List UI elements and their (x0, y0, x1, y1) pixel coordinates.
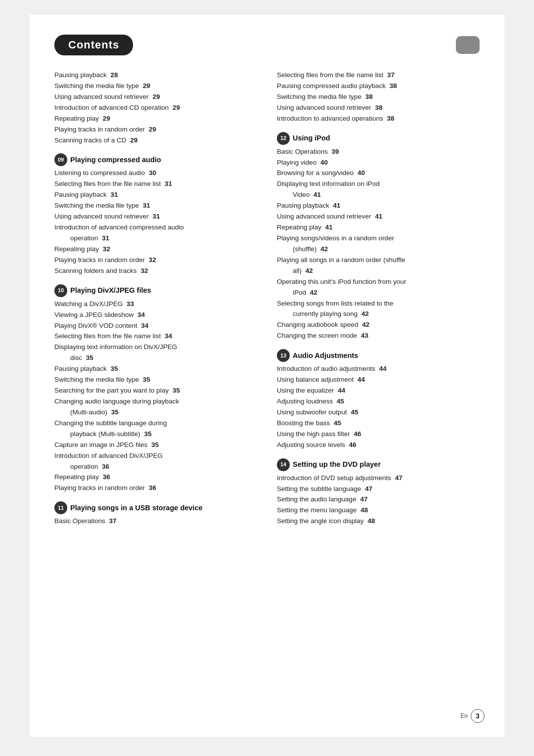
toc-entry-indent: (Multi-audio) 35 (54, 407, 257, 418)
toc-entry-indent: operation 31 (54, 233, 257, 244)
toc-entry: Adjusting loudness 45 (277, 397, 480, 407)
toc-label: Listening to compressed audio (54, 169, 145, 177)
toc-page: 47 (395, 474, 402, 482)
toc-entry: Selecting songs from lists related to th… (277, 299, 480, 309)
toc-label: Changing audio language during playback (54, 398, 179, 405)
toc-entry: Playing tracks in random order 29 (54, 125, 257, 135)
title-decoration (456, 36, 480, 54)
toc-label: Switching the media file type (277, 93, 361, 100)
toc-entry-indent: disc 35 (54, 353, 257, 363)
toc-entry: Using subwoofer output 45 (277, 407, 480, 418)
toc-label: Selecting files from the file name list (54, 180, 161, 187)
toc-label: Playing songs/videos in a random order (277, 234, 394, 242)
toc-entry: Basic Operations 39 (277, 147, 480, 157)
toc-page: 35 (111, 408, 119, 416)
toc-entry: Capture an image in JPEG files 35 (54, 440, 257, 450)
toc-entry: Playing all songs in a random order (shu… (277, 255, 480, 266)
toc-label: Displaying text information on DivX/JPEG (54, 343, 177, 351)
toc-page: 38 (387, 115, 394, 122)
toc-label: (Multi-audio) (70, 408, 107, 416)
toc-page: 35 (111, 365, 118, 372)
toc-page: 45 (334, 419, 341, 427)
toc-entry: Watching a DivX/JPEG 33 (54, 299, 257, 310)
toc-label: Repeating play (54, 473, 99, 481)
toc-page: 40 (320, 159, 328, 166)
toc-page: 41 (313, 191, 321, 198)
toc-entry: Introduction of advanced CD operation 29 (54, 103, 257, 113)
toc-entry: Repeating play 32 (54, 244, 257, 255)
toc-entry-indent: playback (Multi-subtitle) 35 (54, 429, 257, 440)
toc-page: 42 (310, 289, 317, 296)
section-header: 10 Playing DivX/JPEG files (54, 284, 257, 297)
toc-entry: Using the equalizer 44 (277, 386, 480, 396)
toc-entry: Selecting files from the file name list … (277, 70, 480, 81)
toc-page: 29 (152, 93, 160, 100)
section-entries: Listening to compressed audio 30 Selecti… (54, 168, 257, 276)
toc-page: 33 (127, 300, 134, 308)
toc-page: 47 (360, 495, 367, 503)
toc-page: 31 (165, 180, 172, 187)
toc-columns: Pausing playback 28 Switching the media … (54, 70, 480, 527)
toc-page: 34 (141, 322, 148, 329)
page: Contents Pausing playback 28 Switching t… (30, 15, 504, 737)
toc-label: Selecting songs from lists related to th… (277, 300, 394, 307)
toc-entry: Scanning folders and tracks 32 (54, 266, 257, 276)
toc-label: Selecting files from the file name list (54, 332, 161, 340)
toc-entry: Playing tracks in random order 36 (54, 483, 257, 493)
toc-page: 48 (360, 506, 368, 514)
toc-entry: Displaying text information on DivX/JPEG (54, 342, 257, 353)
toc-entry: Listening to compressed audio 30 (54, 168, 257, 178)
toc-entry-indent: iPod 42 (277, 288, 480, 298)
toc-entry: Playing songs/videos in a random order (277, 233, 480, 244)
toc-entry-indent: operation 36 (54, 462, 257, 472)
toc-label: Using the equalizer (277, 387, 334, 394)
toc-page: 32 (140, 267, 148, 274)
section-title: Playing DivX/JPEG files (70, 285, 151, 296)
toc-entry: Playing video 40 (277, 158, 480, 168)
toc-label: Changing the screen mode (277, 332, 357, 339)
toc-page: 35 (144, 430, 152, 438)
toc-page: 36 (102, 463, 109, 470)
toc-entry: Using advanced sound retriever 29 (54, 92, 257, 102)
toc-entry: Using advanced sound retriever 38 (277, 103, 480, 113)
toc-label: Using advanced sound retriever (54, 213, 149, 220)
toc-label: Playing video (277, 159, 316, 166)
toc-label: Switching the media file type (54, 202, 139, 209)
toc-page: 45 (337, 398, 344, 405)
toc-page: 38 (365, 93, 373, 100)
toc-entry: Repeating play 29 (54, 114, 257, 124)
page-indicator: En 3 (460, 709, 485, 723)
toc-entry: Introduction to advanced operations 38 (277, 114, 480, 124)
toc-label: Boosting the bass (277, 419, 330, 427)
toc-label: Changing the subtitle language during (54, 419, 167, 427)
toc-page: 37 (109, 517, 117, 525)
toc-label: Displaying text information on iPod (277, 180, 380, 187)
toc-page: 31 (111, 191, 118, 198)
section-title: Playing compressed audio (70, 154, 161, 165)
toc-page: 43 (361, 332, 368, 339)
toc-page: 35 (143, 376, 150, 383)
toc-page: 35 (173, 387, 180, 394)
left-sections: 09 Playing compressed audio Listening to… (54, 153, 257, 527)
toc-entry-indent: currently playing song 42 (277, 309, 480, 319)
toc-page: 37 (387, 71, 395, 79)
toc-label: Using advanced sound retriever (54, 93, 149, 100)
toc-entry: Selecting files from the file name list … (54, 331, 257, 342)
toc-entry: Switching the media file type 29 (54, 81, 257, 91)
toc-page: 40 (357, 169, 365, 177)
section-entries: Watching a DivX/JPEG 33 Viewing a JPEG s… (54, 299, 257, 494)
toc-page: 31 (102, 234, 109, 242)
toc-label: Adjusting source levels (277, 441, 345, 448)
toc-page: 31 (143, 202, 150, 209)
toc-label: currently playing song (293, 310, 357, 317)
toc-page: 38 (375, 104, 382, 111)
toc-label: Playing all songs in a random order (shu… (277, 256, 405, 264)
toc-label: Using subwoofer output (277, 408, 347, 416)
right-sections: 12 Using iPod Basic Operations 39 Playin… (277, 132, 480, 527)
toc-entry: Pausing playback 31 (54, 190, 257, 200)
toc-label: Playing DivX® VOD content (54, 322, 137, 329)
toc-label: Using advanced sound retriever (277, 104, 371, 111)
toc-entry: Adjusting source levels 46 (277, 440, 480, 450)
toc-page: 29 (143, 82, 150, 89)
toc-page: 36 (103, 473, 110, 481)
